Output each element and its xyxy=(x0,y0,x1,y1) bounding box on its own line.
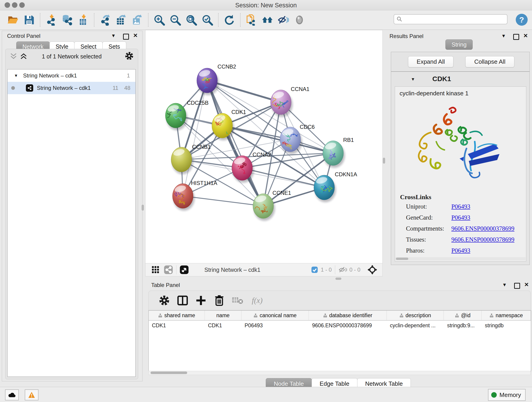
column-header-description[interactable]: description xyxy=(387,311,444,320)
toggle-columns-button[interactable] xyxy=(176,294,189,307)
entry-name: CDK1 xyxy=(432,75,451,83)
grid-view-icon[interactable] xyxy=(152,266,160,274)
crosslink-row: Tissues:9606.ENSP00000378699 xyxy=(406,236,525,243)
birds-eye-toggle-icon[interactable] xyxy=(367,265,377,275)
zoom-selected-button[interactable] xyxy=(201,13,214,26)
cloud-icon xyxy=(8,392,16,398)
panel-close-icon[interactable]: ✕ xyxy=(133,32,138,39)
entry-body: cyclin-dependent kinase 1 xyxy=(395,86,526,262)
crosslink-label: Pharos: xyxy=(406,247,451,254)
save-session-button[interactable] xyxy=(23,13,36,26)
column-header-shared-name[interactable]: shared name xyxy=(149,311,205,320)
open-in-window-icon[interactable] xyxy=(180,265,189,274)
results-close-icon[interactable]: ✕ xyxy=(523,32,528,39)
crosslink-value-link[interactable]: 9606.ENSP00000378699 xyxy=(451,225,514,232)
panel-float-icon[interactable] xyxy=(123,34,129,40)
control-panel: Control Panel ▾ ✕ NetworkStyleSelectSets… xyxy=(2,31,143,381)
network-node-CCNB2[interactable] xyxy=(197,68,219,95)
new-network-from-selection-button[interactable] xyxy=(245,13,258,26)
toolbar-separator xyxy=(148,13,148,27)
network-node-CCNA1[interactable] xyxy=(271,90,293,117)
results-float-icon[interactable] xyxy=(513,34,519,40)
network-node-CDC6[interactable] xyxy=(280,127,307,154)
create-column-button[interactable] xyxy=(195,294,207,307)
help-button[interactable]: ? xyxy=(516,14,528,26)
export-network-button[interactable] xyxy=(99,13,112,26)
crosslink-label: Compartments: xyxy=(406,225,451,232)
network-node-CDK1[interactable] xyxy=(212,113,234,140)
table-row[interactable]: CDK1CDK1P064939606.ENSP00000378699cyclin… xyxy=(149,321,531,330)
column-header--id[interactable]: @id xyxy=(444,311,481,320)
node-label-CDKN1A: CDKN1A xyxy=(335,171,357,177)
selected-checkbox-icon[interactable] xyxy=(311,266,318,273)
selected-counts: 1 - 0 xyxy=(321,267,332,273)
right-splitter-handle[interactable] xyxy=(383,158,385,164)
hide-selected-button[interactable] xyxy=(277,13,290,26)
grid-x-icon xyxy=(232,295,243,306)
delete-table-button[interactable] xyxy=(231,294,244,307)
zoom-out-button[interactable] xyxy=(169,13,182,26)
crosslink-value-link[interactable]: P06493 xyxy=(451,247,470,254)
plus-icon xyxy=(195,295,207,306)
bottom-splitter-handle[interactable] xyxy=(336,278,341,280)
collapse-all-button[interactable]: Collapse All xyxy=(465,56,514,67)
left-splitter-handle[interactable] xyxy=(142,205,144,211)
network-canvas[interactable]: CCNB2CCNA1CDC25BCDK1CDC6RB1CCNB1CCNA2CDK… xyxy=(145,30,383,264)
column-header-name[interactable]: name xyxy=(205,311,241,320)
apply-layout-button[interactable] xyxy=(223,13,236,26)
delete-columns-button[interactable] xyxy=(213,294,226,307)
memory-status-dot xyxy=(491,392,497,398)
warning-button[interactable] xyxy=(25,389,38,400)
zoom-in-button[interactable] xyxy=(153,13,166,26)
table-panel-title: Table Panel xyxy=(151,282,180,288)
string-style-icon[interactable] xyxy=(164,265,173,274)
apply-function-button[interactable]: f(x) xyxy=(249,294,265,307)
first-neighbors-button[interactable] xyxy=(261,13,274,26)
zoom-fit-button[interactable] xyxy=(185,13,198,26)
network-node-CDKN1A[interactable] xyxy=(314,175,336,202)
network-node-RB1[interactable] xyxy=(323,141,345,168)
network-node-CCNB1[interactable] xyxy=(171,147,193,174)
table-menu-icon[interactable]: ▾ xyxy=(503,281,506,288)
table-float-icon[interactable] xyxy=(514,283,520,289)
table-hscrollbar[interactable] xyxy=(148,371,531,375)
network-collection-row[interactable]: ▼ String Network – cdk1 1 xyxy=(7,70,135,82)
crosslink-value-link[interactable]: P06493 xyxy=(451,203,470,210)
search-box[interactable] xyxy=(394,14,507,24)
entry-hscrollbar[interactable] xyxy=(395,257,526,260)
refresh-icon xyxy=(224,14,235,26)
results-menu-icon[interactable]: ▾ xyxy=(502,32,505,39)
open-session-button[interactable] xyxy=(7,13,19,26)
column-header-namespace[interactable]: namespace xyxy=(481,311,531,320)
export-table-button[interactable] xyxy=(115,13,128,26)
gear-icon[interactable] xyxy=(125,51,134,61)
entry-expander-icon[interactable]: ▼ xyxy=(411,77,415,82)
network-graph[interactable]: CCNB2CCNA1CDC25BCDK1CDC6RB1CCNB1CCNA2CDK… xyxy=(146,30,382,263)
export-table-icon xyxy=(115,14,127,26)
expand-all-button[interactable]: Expand All xyxy=(408,56,453,67)
memory-button[interactable]: Memory xyxy=(488,389,526,401)
tab-string[interactable]: String xyxy=(445,39,473,50)
network-node-CCNE1[interactable] xyxy=(252,194,275,221)
crosslink-value-link[interactable]: P06493 xyxy=(451,214,470,221)
column-header-canonical-name[interactable]: canonical name xyxy=(241,311,309,320)
network-row-selected[interactable]: String Network – cdk1 11 48 xyxy=(7,82,135,94)
table-close-icon[interactable]: ✕ xyxy=(524,281,529,288)
export-image-button[interactable] xyxy=(131,13,144,26)
panel-menu-icon[interactable]: ▾ xyxy=(112,32,115,39)
import-table-button[interactable] xyxy=(77,13,89,26)
import-network-file-button[interactable] xyxy=(45,13,57,26)
node-table[interactable]: shared namenamecanonical namedatabase id… xyxy=(148,310,531,371)
column-header-database-identifier[interactable]: database identifier xyxy=(309,311,387,320)
import-network-database-button[interactable] xyxy=(61,13,74,26)
hide-icon xyxy=(278,14,289,26)
table-gear-button[interactable] xyxy=(158,294,171,307)
expand-collapse-bar: Expand All Collapse All xyxy=(391,52,530,71)
network-node-CCNA2[interactable] xyxy=(232,156,254,183)
tree-expander-icon[interactable]: ▼ xyxy=(14,73,18,78)
crosslink-value-link[interactable]: 9606.ENSP00000378699 xyxy=(451,236,514,243)
search-input[interactable] xyxy=(403,16,502,23)
cloud-button[interactable] xyxy=(5,389,19,400)
network-node-HIST1H1A[interactable] xyxy=(172,184,195,211)
show-all-button[interactable] xyxy=(293,13,306,26)
